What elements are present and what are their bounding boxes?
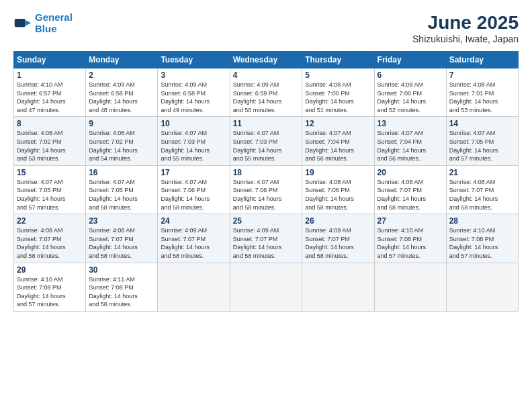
calendar-cell: 19 Sunrise: 4:08 AMSunset: 7:06 PMDaylig…: [302, 165, 374, 214]
day-info: Sunrise: 4:08 AMSunset: 7:07 PMDaylight:…: [378, 178, 443, 212]
day-info: Sunrise: 4:10 AMSunset: 6:57 PMDaylight:…: [17, 81, 83, 114]
col-header-thursday: Thursday: [302, 52, 374, 68]
calendar-cell: 7 Sunrise: 4:08 AMSunset: 7:01 PMDayligh…: [446, 68, 518, 117]
calendar-cell: 26 Sunrise: 4:09 AMSunset: 7:07 PMDaylig…: [302, 214, 374, 263]
day-info: Sunrise: 4:07 AMSunset: 7:04 PMDaylight:…: [305, 129, 371, 163]
calendar-week-row: 15 Sunrise: 4:07 AMSunset: 7:05 PMDaylig…: [14, 165, 519, 214]
day-info: Sunrise: 4:09 AMSunset: 7:07 PMDaylight:…: [305, 226, 371, 260]
calendar-cell: 13 Sunrise: 4:07 AMSunset: 7:04 PMDaylig…: [374, 117, 446, 165]
calendar-cell: 17 Sunrise: 4:07 AMSunset: 7:06 PMDaylig…: [158, 165, 230, 214]
calendar-week-row: 22 Sunrise: 4:08 AMSunset: 7:07 PMDaylig…: [14, 214, 519, 263]
day-number: 27: [378, 216, 443, 226]
day-info: Sunrise: 4:08 AMSunset: 7:07 PMDaylight:…: [89, 226, 154, 260]
day-info: Sunrise: 4:09 AMSunset: 6:58 PMDaylight:…: [161, 81, 226, 114]
calendar-week-row: 8 Sunrise: 4:08 AMSunset: 7:02 PMDayligh…: [14, 117, 519, 165]
day-number: 26: [305, 216, 371, 226]
day-info: Sunrise: 4:07 AMSunset: 7:05 PMDaylight:…: [17, 178, 83, 212]
day-number: 28: [449, 216, 515, 226]
day-number: 12: [305, 119, 371, 128]
day-info: Sunrise: 4:11 AMSunset: 7:08 PMDaylight:…: [89, 275, 154, 309]
calendar-cell: [446, 263, 518, 311]
day-number: 10: [161, 119, 226, 128]
day-info: Sunrise: 4:10 AMSunset: 7:08 PMDaylight:…: [449, 226, 515, 260]
title-block: June 2025 Shizukuishi, Iwate, Japan: [412, 12, 519, 44]
calendar-cell: 20 Sunrise: 4:08 AMSunset: 7:07 PMDaylig…: [374, 165, 446, 214]
day-info: Sunrise: 4:08 AMSunset: 7:07 PMDaylight:…: [449, 178, 515, 212]
day-info: Sunrise: 4:09 AMSunset: 6:59 PMDaylight:…: [233, 81, 300, 114]
day-number: 1: [17, 71, 83, 80]
day-info: Sunrise: 4:08 AMSunset: 7:07 PMDaylight:…: [17, 226, 83, 260]
calendar-cell: [302, 263, 374, 311]
day-number: 17: [161, 168, 226, 177]
svg-marker-1: [26, 19, 32, 26]
calendar-cell: 3 Sunrise: 4:09 AMSunset: 6:58 PMDayligh…: [158, 68, 230, 117]
day-info: Sunrise: 4:09 AMSunset: 6:58 PMDaylight:…: [89, 81, 154, 114]
day-number: 4: [233, 71, 300, 80]
day-number: 7: [449, 71, 515, 80]
logo-text: General Blue: [35, 12, 73, 34]
day-number: 9: [89, 119, 154, 128]
page: General Blue June 2025 Shizukuishi, Iwat…: [0, 0, 532, 411]
calendar-cell: 6 Sunrise: 4:08 AMSunset: 7:00 PMDayligh…: [374, 68, 446, 117]
calendar-table: SundayMondayTuesdayWednesdayThursdayFrid…: [13, 51, 519, 312]
calendar-cell: 8 Sunrise: 4:08 AMSunset: 7:02 PMDayligh…: [14, 117, 86, 165]
day-number: 11: [233, 119, 300, 128]
day-info: Sunrise: 4:08 AMSunset: 7:00 PMDaylight:…: [378, 81, 443, 114]
calendar-header-row: SundayMondayTuesdayWednesdayThursdayFrid…: [14, 52, 519, 68]
day-number: 23: [89, 216, 154, 226]
calendar-cell: 28 Sunrise: 4:10 AMSunset: 7:08 PMDaylig…: [446, 214, 518, 263]
day-info: Sunrise: 4:07 AMSunset: 7:06 PMDaylight:…: [233, 178, 300, 212]
day-number: 5: [305, 71, 371, 80]
month-title: June 2025: [412, 12, 519, 34]
day-info: Sunrise: 4:09 AMSunset: 7:07 PMDaylight:…: [161, 226, 226, 260]
day-info: Sunrise: 4:07 AMSunset: 7:04 PMDaylight:…: [378, 129, 443, 163]
calendar-cell: 1 Sunrise: 4:10 AMSunset: 6:57 PMDayligh…: [14, 68, 86, 117]
calendar-cell: 12 Sunrise: 4:07 AMSunset: 7:04 PMDaylig…: [302, 117, 374, 165]
calendar-cell: 22 Sunrise: 4:08 AMSunset: 7:07 PMDaylig…: [14, 214, 86, 263]
calendar-cell: 23 Sunrise: 4:08 AMSunset: 7:07 PMDaylig…: [86, 214, 158, 263]
col-header-saturday: Saturday: [446, 52, 518, 68]
day-info: Sunrise: 4:07 AMSunset: 7:03 PMDaylight:…: [161, 129, 226, 163]
day-number: 6: [378, 71, 443, 80]
col-header-tuesday: Tuesday: [158, 52, 230, 68]
col-header-friday: Friday: [374, 52, 446, 68]
day-number: 14: [449, 119, 515, 128]
day-info: Sunrise: 4:07 AMSunset: 7:06 PMDaylight:…: [161, 178, 226, 212]
day-number: 22: [17, 216, 83, 226]
day-number: 20: [378, 168, 443, 177]
day-info: Sunrise: 4:09 AMSunset: 7:07 PMDaylight:…: [233, 226, 300, 260]
calendar-cell: 15 Sunrise: 4:07 AMSunset: 7:05 PMDaylig…: [14, 165, 86, 214]
svg-rect-0: [15, 19, 26, 27]
subtitle: Shizukuishi, Iwate, Japan: [412, 34, 519, 44]
day-number: 25: [233, 216, 300, 226]
calendar-cell: 27 Sunrise: 4:10 AMSunset: 7:08 PMDaylig…: [374, 214, 446, 263]
calendar-cell: 16 Sunrise: 4:07 AMSunset: 7:05 PMDaylig…: [86, 165, 158, 214]
day-info: Sunrise: 4:08 AMSunset: 7:02 PMDaylight:…: [89, 129, 154, 163]
calendar-cell: 18 Sunrise: 4:07 AMSunset: 7:06 PMDaylig…: [230, 165, 302, 214]
calendar-cell: 30 Sunrise: 4:11 AMSunset: 7:08 PMDaylig…: [86, 263, 158, 311]
day-info: Sunrise: 4:07 AMSunset: 7:05 PMDaylight:…: [449, 129, 515, 163]
day-info: Sunrise: 4:10 AMSunset: 7:08 PMDaylight:…: [378, 226, 443, 260]
day-info: Sunrise: 4:08 AMSunset: 7:02 PMDaylight:…: [17, 129, 83, 163]
logo-line1: General: [35, 11, 73, 23]
day-number: 21: [449, 168, 515, 177]
calendar-cell: 2 Sunrise: 4:09 AMSunset: 6:58 PMDayligh…: [86, 68, 158, 117]
calendar-cell: 24 Sunrise: 4:09 AMSunset: 7:07 PMDaylig…: [158, 214, 230, 263]
day-number: 18: [233, 168, 300, 177]
calendar-cell: [374, 263, 446, 311]
col-header-monday: Monday: [86, 52, 158, 68]
calendar-cell: 21 Sunrise: 4:08 AMSunset: 7:07 PMDaylig…: [446, 165, 518, 214]
header: General Blue June 2025 Shizukuishi, Iwat…: [13, 12, 519, 44]
calendar-cell: 14 Sunrise: 4:07 AMSunset: 7:05 PMDaylig…: [446, 117, 518, 165]
day-number: 8: [17, 119, 83, 128]
day-number: 16: [89, 168, 154, 177]
day-info: Sunrise: 4:08 AMSunset: 7:06 PMDaylight:…: [305, 178, 371, 212]
logo-icon: [13, 14, 32, 33]
calendar-cell: 11 Sunrise: 4:07 AMSunset: 7:03 PMDaylig…: [230, 117, 302, 165]
day-number: 24: [161, 216, 226, 226]
day-info: Sunrise: 4:07 AMSunset: 7:05 PMDaylight:…: [89, 178, 154, 212]
day-info: Sunrise: 4:08 AMSunset: 7:01 PMDaylight:…: [449, 81, 515, 114]
day-number: 3: [161, 71, 226, 80]
calendar-cell: 9 Sunrise: 4:08 AMSunset: 7:02 PMDayligh…: [86, 117, 158, 165]
calendar-cell: [230, 263, 302, 311]
